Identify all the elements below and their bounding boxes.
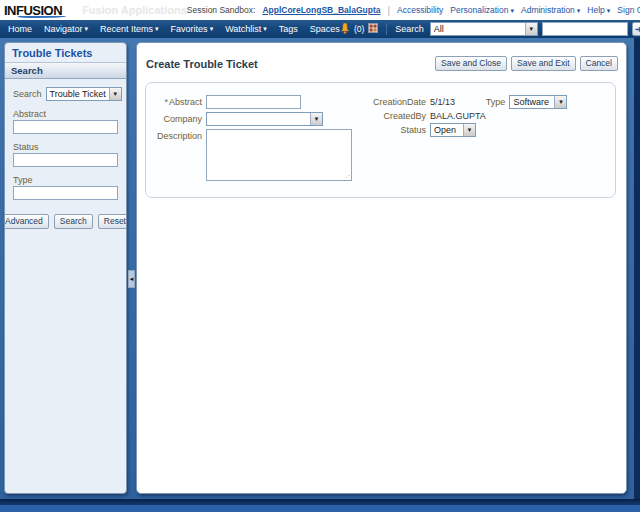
company-select[interactable]: ▼ xyxy=(206,112,323,126)
type-filter-label: Type xyxy=(13,175,118,185)
creation-date-row: CreationDate 5/1/13 xyxy=(366,95,486,107)
watermark-text: Fusion Applications xyxy=(82,4,187,16)
creation-date-label: CreationDate xyxy=(366,95,426,107)
chevron-down-icon: ▾ xyxy=(607,7,611,14)
divider xyxy=(386,23,387,35)
created-by-value: BALA.GUPTA xyxy=(430,109,486,121)
select-arrow-icon: ▼ xyxy=(109,88,121,100)
sign-out-link[interactable]: Sign Out xyxy=(617,5,640,15)
description-textarea[interactable] xyxy=(206,129,352,181)
search-buttons-row: Advanced Search Reset xyxy=(13,214,118,229)
collapse-arrow-icon: ◂ xyxy=(130,275,134,283)
administration-menu[interactable]: Administration▾ xyxy=(521,5,580,15)
nav-label: Recent Items xyxy=(100,24,153,34)
notifications-bell-icon[interactable] xyxy=(340,23,350,36)
company-label: Company xyxy=(150,112,202,124)
form-column-left: *Abstract Company ▼ Description xyxy=(150,95,352,185)
administration-label: Administration xyxy=(521,5,575,15)
type-filter-input[interactable] xyxy=(13,186,118,200)
help-label: Help xyxy=(587,5,604,15)
nav-item-watchlist[interactable]: Watchlist▾ xyxy=(225,24,267,34)
application-window: INFUSION Fusion Applications Session San… xyxy=(0,0,640,512)
global-search-toolbar: (0) Search All ▼ ➜ xyxy=(340,22,640,36)
ticket-form: *Abstract Company ▼ Description xyxy=(145,82,616,198)
select-arrow-icon: ▼ xyxy=(463,124,475,136)
chevron-down-icon: ▾ xyxy=(510,7,514,14)
save-and-exit-button[interactable]: Save and Exit xyxy=(511,56,575,71)
form-column-middle: CreationDate 5/1/13 CreatedBy BALA.GUPTA… xyxy=(366,95,486,137)
trouble-tickets-sidebar: Trouble Tickets Search Search Trouble Ti… xyxy=(4,42,127,494)
notification-count: (0) xyxy=(354,24,364,34)
panel-header: Create Trouble Ticket Save and Close Sav… xyxy=(137,43,626,75)
description-field: ⋰ xyxy=(206,129,352,185)
search-scope-select[interactable]: All ▼ xyxy=(430,22,538,36)
personalization-label: Personalization xyxy=(450,5,508,15)
global-search-input[interactable] xyxy=(542,22,628,36)
type-filter-field: Type xyxy=(13,175,118,200)
abstract-filter-input[interactable] xyxy=(13,120,118,134)
splitter-collapse-handle[interactable]: ◂ xyxy=(128,270,135,288)
status-filter-field: Status xyxy=(13,142,118,167)
search-section-header: Search xyxy=(5,62,126,79)
panel-action-buttons: Save and Close Save and Exit Cancel xyxy=(435,56,618,71)
status-value: Open xyxy=(431,124,463,136)
type-select[interactable]: Software ▼ xyxy=(509,95,567,109)
search-button[interactable]: Search xyxy=(54,214,93,229)
search-type-row: Search Trouble Ticket ▼ xyxy=(13,87,118,101)
logo-swoosh-icon xyxy=(18,15,66,18)
chevron-down-icon: ▾ xyxy=(210,25,214,33)
abstract-input[interactable] xyxy=(206,95,301,109)
nav-label: Watchlist xyxy=(225,24,261,34)
chevron-down-icon: ▾ xyxy=(85,25,89,33)
create-trouble-ticket-panel: Create Trouble Ticket Save and Close Sav… xyxy=(136,42,627,494)
panel-title: Create Trouble Ticket xyxy=(146,58,258,70)
calendar-grid-icon[interactable] xyxy=(368,23,378,35)
search-field-label: Search xyxy=(13,89,42,99)
main-nav-bar: Home Navigator▾ Recent Items▾ Favorites▾… xyxy=(0,20,640,38)
nav-label: Tags xyxy=(279,24,298,34)
form-column-right: Type Software ▼ xyxy=(486,95,568,109)
reset-button[interactable]: Reset xyxy=(98,214,127,229)
description-row: Description ⋰ xyxy=(150,129,352,185)
type-label: Type xyxy=(486,95,506,107)
select-arrow-icon: ▼ xyxy=(310,113,322,125)
personalization-menu[interactable]: Personalization▾ xyxy=(450,5,514,15)
content-area: Trouble Tickets Search Search Trouble Ti… xyxy=(0,38,640,499)
search-type-value: Trouble Ticket xyxy=(47,88,109,100)
creation-date-value: 5/1/13 xyxy=(430,95,455,107)
nav-item-favorites[interactable]: Favorites▾ xyxy=(171,24,214,34)
save-and-close-button[interactable]: Save and Close xyxy=(435,56,507,71)
divider: | xyxy=(387,5,390,16)
select-arrow-icon: ▼ xyxy=(525,23,537,35)
help-menu[interactable]: Help▾ xyxy=(587,5,610,15)
type-value: Software xyxy=(510,96,554,108)
cancel-button[interactable]: Cancel xyxy=(580,56,618,71)
abstract-filter-label: Abstract xyxy=(13,109,118,119)
session-sandbox-link[interactable]: ApplCoreLongSB_BalaGupta xyxy=(262,5,380,15)
nav-item-spaces[interactable]: Spaces xyxy=(310,24,340,34)
infusion-logo: INFUSION xyxy=(4,3,68,18)
nav-label: Home xyxy=(8,24,32,34)
nav-menu: Home Navigator▾ Recent Items▾ Favorites▾… xyxy=(8,24,340,34)
nav-item-recent-items[interactable]: Recent Items▾ xyxy=(100,24,159,34)
nav-item-tags[interactable]: Tags xyxy=(279,24,298,34)
top-bar: INFUSION Fusion Applications Session San… xyxy=(0,0,640,20)
chevron-down-icon: ▾ xyxy=(155,25,159,33)
status-filter-input[interactable] xyxy=(13,153,118,167)
chevron-down-icon: ▾ xyxy=(263,25,267,33)
page-title: Trouble Tickets xyxy=(5,43,126,62)
search-type-select[interactable]: Trouble Ticket ▼ xyxy=(46,87,122,101)
search-go-button[interactable]: ➜ xyxy=(632,22,640,36)
description-label: Description xyxy=(150,129,202,141)
panel-splitter[interactable]: ◂ xyxy=(127,42,136,494)
abstract-label-text: Abstract xyxy=(169,97,202,107)
nav-item-home[interactable]: Home xyxy=(8,24,32,34)
accessibility-link[interactable]: Accessibility xyxy=(397,5,443,15)
nav-item-navigator[interactable]: Navigator▾ xyxy=(44,24,88,34)
abstract-filter-field: Abstract xyxy=(13,109,118,134)
status-select[interactable]: Open ▼ xyxy=(430,123,476,137)
advanced-button[interactable]: Advanced xyxy=(4,214,49,229)
status-row: Status Open ▼ xyxy=(366,123,486,137)
nav-label: Navigator xyxy=(44,24,83,34)
chevron-down-icon: ▾ xyxy=(577,7,581,14)
